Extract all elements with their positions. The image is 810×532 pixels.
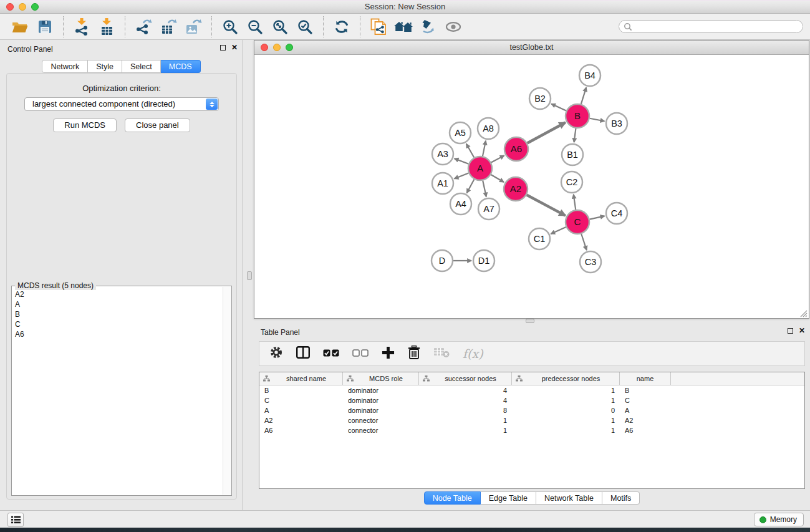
tab-mcds[interactable]: MCDS [161,60,201,73]
graph-edge-A-A2[interactable] [491,175,504,182]
result-item[interactable]: C [15,319,223,329]
cell-predecessor-nodes[interactable]: 0 [512,405,620,415]
graph-node-A[interactable]: A [468,157,492,180]
graph-edge-C-C4[interactable] [590,216,605,219]
result-item[interactable]: A6 [15,329,223,339]
graph-edge-A-A5[interactable] [466,143,474,157]
graph-edge-A-A7[interactable] [483,181,486,197]
close-panel-button[interactable]: Close panel [125,118,190,132]
graph-edge-B-B2[interactable] [551,104,566,110]
zoom-window-button[interactable] [31,3,39,11]
graph-edge-C-C3[interactable] [581,234,587,250]
graph-edge-C-C1[interactable] [551,227,566,234]
export-network-icon[interactable] [133,17,154,37]
eye-icon[interactable] [443,17,464,37]
horizontal-splitter-handle[interactable] [526,319,534,323]
table-row[interactable]: Cdominator41C [259,395,804,405]
search-field[interactable] [619,20,803,33]
zoom-fit-icon[interactable] [269,17,291,37]
tab-node-table[interactable]: Node Table [424,491,481,505]
table-row[interactable]: A2connector11A2 [259,415,804,425]
column-header-predecessor-nodes[interactable]: predecessor nodes [512,372,620,385]
graph-node-A4[interactable]: A4 [450,193,471,215]
graph-edge-B-B4[interactable] [581,87,586,104]
tab-network[interactable]: Network [42,60,88,73]
cell-name[interactable]: C [620,395,671,405]
cell-name[interactable]: A [620,405,671,415]
graph-edge-A2-C[interactable] [527,195,566,215]
table-row[interactable]: Bdominator41B [259,385,804,395]
refresh-icon[interactable] [331,17,352,37]
graph-node-A8[interactable]: A8 [478,118,499,139]
graph-node-B1[interactable]: B1 [562,144,583,165]
task-list-button[interactable] [7,513,24,527]
table-settings-icon[interactable] [269,346,283,362]
float-panel-icon[interactable] [220,45,226,51]
table-row[interactable]: Adominator80A [259,405,804,415]
graph-edge-A-A6[interactable] [491,155,504,162]
graph-edge-A-A8[interactable] [483,141,486,157]
cell-successor-nodes[interactable]: 1 [419,425,512,435]
minimize-window-button[interactable] [19,3,26,11]
graph-node-B4[interactable]: B4 [579,65,600,86]
result-scrollbar[interactable] [223,287,231,495]
cell-shared-name[interactable]: A2 [259,415,343,425]
search-input[interactable] [632,21,803,32]
network-window-titlebar[interactable]: testGlobe.txt [254,41,809,55]
cell-predecessor-nodes[interactable]: 1 [512,385,620,395]
deselect-all-icon[interactable] [352,348,369,359]
cell-name[interactable]: A6 [620,425,671,435]
cell-successor-nodes[interactable]: 4 [419,385,512,395]
cell-MCDS-role[interactable]: dominator [343,385,419,395]
graph-node-B[interactable]: B [566,104,589,128]
graph-edge-A6-B[interactable] [528,122,566,143]
cell-name[interactable]: A2 [620,415,671,425]
minimize-view-button[interactable] [273,44,281,51]
graph-node-C1[interactable]: C1 [529,228,550,249]
graph-edge-C-C2[interactable] [574,195,576,210]
open-session-icon[interactable] [9,17,31,37]
cell-shared-name[interactable]: B [259,385,343,395]
cell-successor-nodes[interactable]: 8 [419,405,512,415]
result-item[interactable]: A2 [15,289,223,299]
cell-successor-nodes[interactable]: 4 [419,395,512,405]
cell-successor-nodes[interactable]: 1 [419,415,512,425]
graph-node-A1[interactable]: A1 [432,173,453,194]
delete-row-icon[interactable] [408,346,420,362]
import-network-icon[interactable] [71,17,92,37]
close-view-button[interactable] [261,44,268,51]
cell-predecessor-nodes[interactable]: 1 [512,415,620,425]
tab-style[interactable]: Style [88,60,122,73]
cell-shared-name[interactable]: C [259,395,343,405]
export-table-icon[interactable] [158,17,179,37]
add-row-icon[interactable] [382,346,395,362]
memory-button[interactable]: Memory [754,513,804,526]
toggle-details-icon[interactable] [418,17,439,37]
vertical-splitter-handle[interactable] [247,271,252,280]
graph-node-A3[interactable]: A3 [432,143,453,165]
cell-MCDS-role[interactable]: dominator [343,395,419,405]
cell-predecessor-nodes[interactable]: 1 [512,395,620,405]
cell-MCDS-role[interactable]: connector [343,425,419,435]
tab-edge-table[interactable]: Edge Table [481,491,536,505]
graph-node-D1[interactable]: D1 [473,250,494,271]
graph-node-C4[interactable]: C4 [606,203,627,224]
run-mcds-button[interactable]: Run MCDS [53,118,117,132]
criterion-dropdown[interactable]: largest connected component (directed) [24,97,219,111]
graph-edge-A-A4[interactable] [467,180,475,193]
select-all-icon[interactable] [323,348,339,359]
export-image-icon[interactable] [183,17,204,37]
zoom-out-icon[interactable] [244,17,266,37]
result-item[interactable]: B [15,309,223,319]
graph-node-A5[interactable]: A5 [450,122,471,143]
graph-node-D[interactable]: D [432,250,453,271]
cell-name[interactable]: B [620,385,671,395]
cell-predecessor-nodes[interactable]: 1 [512,425,620,435]
tab-motifs[interactable]: Motifs [602,491,640,505]
close-table-panel-icon[interactable]: ✕ [799,327,805,334]
graph-node-A7[interactable]: A7 [478,198,499,220]
column-header-MCDS-role[interactable]: MCDS role [343,372,419,385]
graph-node-A6[interactable]: A6 [504,137,528,161]
cell-shared-name[interactable]: A [259,405,343,415]
table-row[interactable]: A6connector11A6 [259,425,804,435]
